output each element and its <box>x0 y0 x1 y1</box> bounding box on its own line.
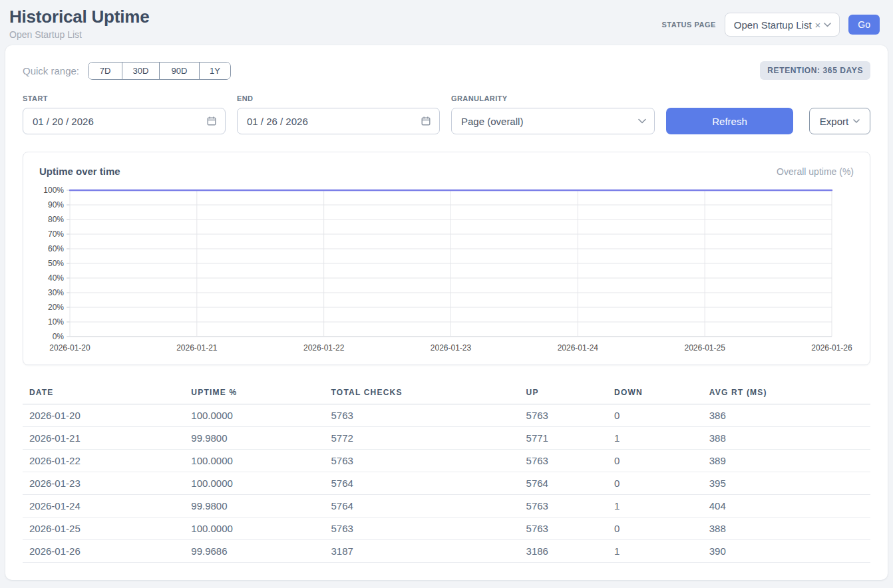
table-row: 2026-01-2499.9800576457631404 <box>23 495 870 517</box>
start-date-input[interactable]: 01 / 20 / 2026 <box>23 108 226 134</box>
table-header-cell: UPTIME % <box>184 381 324 404</box>
start-date-value: 01 / 20 / 2026 <box>33 116 94 127</box>
status-page-label: STATUS PAGE <box>662 21 716 29</box>
table-cell: 386 <box>703 404 870 427</box>
clear-selection-icon[interactable]: × <box>815 19 821 31</box>
retention-badge: RETENTION: 365 DAYS <box>760 61 870 80</box>
export-button[interactable]: Export <box>809 108 870 134</box>
table-head: DATEUPTIME %TOTAL CHECKSUPDOWNAVG RT (MS… <box>23 381 870 404</box>
quick-range-90d[interactable]: 90D <box>159 63 199 79</box>
table-header-cell: UP <box>520 381 608 404</box>
chevron-down-icon <box>824 23 831 27</box>
table-row: 2026-01-23100.0000576457640395 <box>23 472 870 495</box>
quick-range-7d[interactable]: 7D <box>89 63 122 79</box>
page-heading: Historical Uptime Open Startup List <box>9 7 149 40</box>
table-cell: 2026-01-21 <box>23 427 184 450</box>
quick-range: Quick range: 7D30D90D1Y <box>23 62 231 80</box>
table-cell: 390 <box>703 540 870 563</box>
table-cell: 5763 <box>520 517 608 540</box>
calendar-icon[interactable] <box>206 116 217 126</box>
quick-range-30d[interactable]: 30D <box>122 63 159 79</box>
y-axis-label: 60% <box>48 244 64 253</box>
header-controls: STATUS PAGE Open Startup List × Go <box>662 13 880 37</box>
granularity-select[interactable]: Page (overall) <box>451 108 655 134</box>
x-axis-label: 2026-01-20 <box>49 343 90 353</box>
x-axis-label: 2026-01-21 <box>176 343 218 353</box>
table-cell: 100.0000 <box>184 517 324 540</box>
table-cell: 404 <box>703 495 870 517</box>
table-cell: 5763 <box>325 404 520 427</box>
y-axis-label: 80% <box>48 215 64 224</box>
chart-legend: Overall uptime (%) <box>777 166 854 177</box>
calendar-icon[interactable] <box>421 116 431 126</box>
go-button[interactable]: Go <box>848 15 880 35</box>
table-cell: 99.9686 <box>184 540 324 563</box>
end-date-input[interactable]: 01 / 26 / 2026 <box>237 108 440 134</box>
y-axis-label: 30% <box>48 288 64 297</box>
chevron-down-icon <box>853 119 860 124</box>
table-cell: 2026-01-26 <box>23 540 184 563</box>
chevron-down-icon <box>638 118 646 124</box>
y-axis-label: 100% <box>43 186 64 195</box>
table-cell: 1 <box>608 427 703 450</box>
table-cell: 5772 <box>325 427 520 450</box>
filters-row: START 01 / 20 / 2026 END 01 / 26 / 2026 <box>23 94 870 134</box>
y-axis-label: 0% <box>53 332 65 341</box>
table-cell: 395 <box>703 472 870 495</box>
table-cell: 100.0000 <box>184 450 324 472</box>
page-header: Historical Uptime Open Startup List STAT… <box>0 0 893 45</box>
status-page-select[interactable]: Open Startup List × <box>725 13 840 37</box>
page-title: Historical Uptime <box>9 7 149 27</box>
x-axis-label: 2026-01-26 <box>811 343 852 353</box>
table-cell: 99.9800 <box>184 495 324 517</box>
export-button-label: Export <box>820 116 848 127</box>
table-cell: 5763 <box>325 517 520 540</box>
quick-range-group: 7D30D90D1Y <box>88 62 231 80</box>
y-axis-label: 40% <box>48 273 64 283</box>
quick-range-label: Quick range: <box>23 65 79 76</box>
table-row: 2026-01-2699.9686318731861390 <box>23 540 870 563</box>
quick-range-1y[interactable]: 1Y <box>199 63 230 79</box>
table-cell: 5763 <box>520 495 608 517</box>
table-header-cell: AVG RT (MS) <box>703 381 870 404</box>
table-cell: 2026-01-23 <box>23 472 184 495</box>
table-cell: 1 <box>608 540 703 563</box>
uptime-chart-svg: 0%10%20%30%40%50%60%70%80%90%100%2026-01… <box>39 185 855 357</box>
table-cell: 5771 <box>520 427 608 450</box>
granularity-selected-value: Page (overall) <box>461 116 523 127</box>
refresh-button[interactable]: Refresh <box>666 108 793 134</box>
table-cell: 5763 <box>520 450 608 472</box>
start-date-label: START <box>23 94 226 102</box>
table-cell: 2026-01-20 <box>23 404 184 427</box>
y-axis-label: 90% <box>48 200 64 210</box>
table-cell: 388 <box>703 517 870 540</box>
table-cell: 388 <box>703 427 870 450</box>
table-cell: 389 <box>703 450 870 472</box>
x-axis-label: 2026-01-24 <box>558 343 599 353</box>
table-header-row: DATEUPTIME %TOTAL CHECKSUPDOWNAVG RT (MS… <box>23 381 870 404</box>
table-cell: 0 <box>608 450 703 472</box>
table-row: 2026-01-25100.0000576357630388 <box>23 517 870 540</box>
table-cell: 2026-01-25 <box>23 517 184 540</box>
table-cell: 5764 <box>520 472 608 495</box>
y-axis-label: 50% <box>48 259 64 268</box>
table-header-cell: TOTAL CHECKS <box>325 381 520 404</box>
x-axis-label: 2026-01-22 <box>303 343 345 353</box>
table-cell: 3186 <box>520 540 608 563</box>
table-cell: 100.0000 <box>184 472 324 495</box>
table-body: 2026-01-20100.00005763576303862026-01-21… <box>23 404 870 563</box>
x-axis-label: 2026-01-25 <box>684 343 725 353</box>
table-row: 2026-01-2199.9800577257711388 <box>23 427 870 450</box>
table-cell: 5764 <box>325 472 520 495</box>
table-cell: 100.0000 <box>184 404 324 427</box>
table-cell: 2026-01-24 <box>23 495 184 517</box>
uptime-table: DATEUPTIME %TOTAL CHECKSUPDOWNAVG RT (MS… <box>23 381 870 563</box>
granularity-label: GRANULARITY <box>451 94 655 102</box>
table-header-cell: DOWN <box>608 381 703 404</box>
page-subtitle: Open Startup List <box>9 29 149 40</box>
toolbar-row: Quick range: 7D30D90D1Y RETENTION: 365 D… <box>23 61 870 80</box>
table-cell: 5763 <box>325 450 520 472</box>
granularity-field: GRANULARITY Page (overall) <box>451 94 655 134</box>
start-date-field: START 01 / 20 / 2026 <box>23 94 226 134</box>
table-row: 2026-01-20100.0000576357630386 <box>23 404 870 427</box>
